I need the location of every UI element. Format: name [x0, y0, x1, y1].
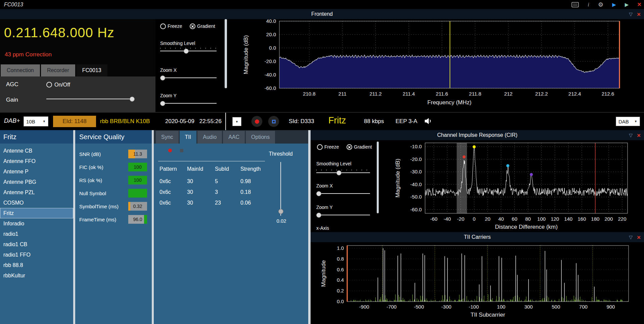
tab-options[interactable]: Options — [246, 131, 275, 144]
collapse-panel-icon[interactable]: ▽ — [629, 234, 633, 240]
smoothing-slider[interactable] — [160, 49, 217, 53]
close-icon[interactable]: × — [637, 1, 641, 8]
splitter[interactable] — [308, 130, 311, 324]
close-panel-icon[interactable]: × — [637, 11, 641, 17]
chevron-down-icon: ▼ — [235, 120, 238, 123]
freeze-radio[interactable] — [160, 23, 166, 29]
quality-value: 100 — [128, 163, 147, 171]
keyboard-icon[interactable] — [571, 2, 579, 7]
stop-button[interactable] — [268, 116, 279, 127]
threshold-knob[interactable] — [278, 209, 283, 214]
service-list-item[interactable]: rbbKultur — [0, 270, 73, 281]
cir-smoothing-slider[interactable] — [316, 170, 370, 175]
play-icon[interactable]: ▶ — [612, 2, 616, 8]
slider-track — [316, 193, 370, 194]
table-cell: 0x6c — [159, 178, 187, 184]
agc-onoff-radio[interactable] — [46, 82, 52, 88]
ensemble-id-badge: EId: 1148 — [53, 116, 96, 127]
close-panel-icon[interactable]: × — [637, 132, 641, 139]
info-icon[interactable]: i — [588, 1, 589, 8]
service-quality-rows: SNR (dB)11.3FIC (ok %)100RS (ok %)100Nul… — [75, 150, 152, 228]
tab-tii[interactable]: TII — [180, 131, 197, 144]
collapse-panel-icon[interactable]: ▽ — [629, 132, 633, 138]
svg-text:160: 160 — [578, 216, 586, 222]
cir-smoothing-knob[interactable] — [336, 170, 341, 175]
column-header: MainId — [187, 166, 215, 172]
cir-controls-scrollbar[interactable] — [377, 142, 379, 213]
svg-text:212.4: 212.4 — [568, 91, 581, 97]
controls-scrollbar[interactable] — [225, 19, 227, 88]
frontend-tabstrip: ConnectionRecorderFC0013 — [1, 64, 107, 76]
tab-connection[interactable]: Connection — [1, 64, 40, 76]
tab-audio[interactable]: Audio — [197, 131, 222, 144]
cir-zoom-x-knob[interactable] — [316, 191, 321, 196]
cir-gradient-radio[interactable] — [347, 144, 352, 150]
zoom-x-slider[interactable] — [160, 75, 217, 80]
gradient-radio[interactable] — [190, 23, 195, 29]
zoom-x-knob[interactable] — [160, 75, 165, 80]
threshold-label: Threshold — [261, 151, 301, 157]
svg-text:300: 300 — [524, 304, 533, 310]
service-list-item[interactable]: Antenne FFO — [0, 156, 73, 166]
service-list-item[interactable]: Inforadio — [0, 218, 73, 229]
smoothing-knob[interactable] — [184, 49, 189, 54]
tab-fc0013[interactable]: FC0013 — [76, 64, 107, 76]
svg-text:40: 40 — [498, 216, 504, 222]
service-list-item[interactable]: Antenne PZL — [0, 187, 73, 198]
cir-zoom-x-slider[interactable] — [316, 191, 370, 196]
slider-track — [160, 103, 217, 104]
threshold-slider[interactable] — [278, 162, 283, 216]
service-list-item[interactable]: rbb 88.8 — [0, 260, 73, 270]
history-dropdown-button[interactable]: ▼ — [232, 117, 241, 126]
record-button[interactable] — [251, 116, 263, 127]
service-list: Antenne CBAntenne FFOAntenne PAntenne PB… — [0, 146, 73, 281]
service-list-item[interactable]: Antenne PBG — [0, 177, 73, 187]
tab-sync[interactable]: Sync — [156, 131, 179, 144]
svg-text:100: 100 — [497, 304, 505, 310]
frequency-panel: 0.211.648.000 Hz 43 ppm Correction Conne… — [0, 19, 155, 112]
service-list-item[interactable]: Antenne CB — [0, 146, 73, 156]
table-header-row: PatternMainIdSubIdStrength — [159, 164, 274, 174]
service-list-item[interactable]: radio1 — [0, 229, 73, 239]
service-list-item[interactable]: Antenne P — [0, 166, 73, 177]
service-list-item[interactable]: COSMO — [0, 198, 73, 208]
record-icon — [255, 119, 259, 124]
threshold-value: 0.02 — [268, 218, 295, 224]
tii-panel-header: TII Carriers ▽ × — [311, 232, 644, 242]
svg-text:-300: -300 — [441, 304, 451, 310]
tab-recorder[interactable]: Recorder — [41, 64, 75, 76]
tab-aac[interactable]: AAC — [223, 131, 245, 144]
slider-track — [316, 215, 370, 215]
gear-icon[interactable]: ⚙ — [598, 1, 603, 8]
agc-gain-panel: AGC On/Off Gain — [0, 76, 155, 112]
cir-freeze-radio[interactable] — [317, 144, 323, 150]
gain-slider[interactable] — [46, 97, 134, 101]
datetime: 2020-05-09 22:55:26 — [165, 118, 222, 125]
service-list-item[interactable]: Fritz — [0, 208, 73, 218]
quality-label: SNR (dB) — [79, 151, 101, 157]
gain-label: Gain — [6, 97, 18, 103]
cir-zoom-y-slider[interactable] — [316, 213, 370, 217]
gain-slider-knob[interactable] — [130, 97, 135, 102]
svg-text:-60.0: -60.0 — [265, 85, 276, 91]
close-panel-icon[interactable]: × — [637, 234, 641, 240]
service-list-item[interactable]: radio1 CB — [0, 239, 73, 250]
zoom-y-knob[interactable] — [160, 101, 165, 106]
service-list-item[interactable]: radio1 FFO — [0, 250, 73, 260]
output-dropdown[interactable]: DAB ▼ — [616, 117, 640, 126]
channel-dropdown[interactable]: 10B ▼ — [24, 116, 48, 126]
channel-value: 10B — [26, 119, 35, 124]
splitter[interactable] — [225, 113, 226, 130]
zoom-y-slider[interactable] — [160, 101, 217, 106]
speaker-icon[interactable] — [424, 117, 433, 126]
table-cell: 0.18 — [240, 189, 274, 195]
collapse-panel-icon[interactable]: ▽ — [629, 11, 633, 17]
play-alt-icon[interactable]: ▶ — [625, 2, 629, 8]
divider — [158, 161, 265, 161]
tii-carriers-chart: -900-700-500-300-1001003005007009001.00.… — [311, 242, 644, 324]
svg-text:0.4: 0.4 — [337, 277, 344, 283]
threshold-slider-track — [280, 162, 281, 216]
cir-zoom-y-knob[interactable] — [316, 213, 321, 218]
current-service-header: Fritz — [0, 130, 73, 144]
svg-text:700: 700 — [579, 304, 588, 310]
